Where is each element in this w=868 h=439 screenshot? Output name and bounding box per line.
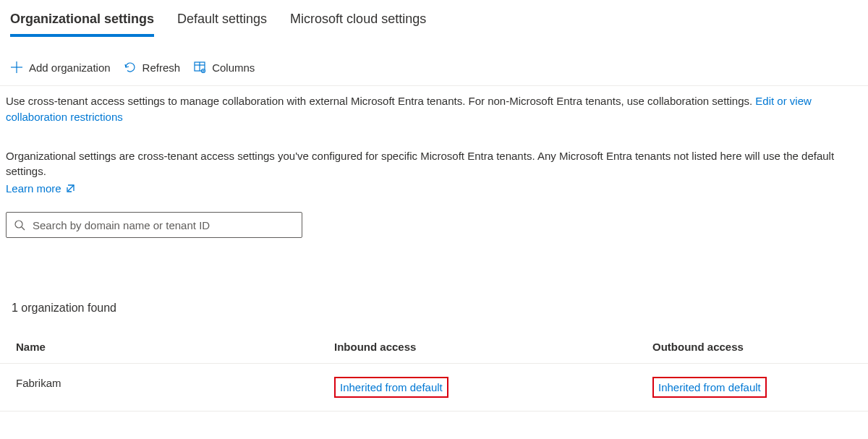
svg-point-9 bbox=[15, 221, 22, 228]
learn-more-container: Learn more bbox=[0, 179, 868, 208]
header-inbound[interactable]: Inbound access bbox=[334, 341, 652, 353]
search-input[interactable] bbox=[33, 219, 294, 231]
plus-icon bbox=[10, 61, 23, 74]
svg-line-8 bbox=[68, 185, 74, 191]
svg-line-10 bbox=[22, 227, 25, 230]
search-icon bbox=[14, 219, 25, 231]
tab-microsoft-cloud-settings[interactable]: Microsoft cloud settings bbox=[290, 6, 426, 37]
description-text-1: Use cross-tenant access settings to mana… bbox=[0, 86, 868, 125]
header-name[interactable]: Name bbox=[16, 341, 334, 353]
columns-icon bbox=[193, 61, 206, 74]
header-outbound[interactable]: Outbound access bbox=[652, 341, 852, 353]
table-row: Fabrikam Inherited from default Inherite… bbox=[0, 364, 868, 412]
organizations-table: Name Inbound access Outbound access Fabr… bbox=[0, 331, 868, 412]
add-organization-button[interactable]: Add organization bbox=[10, 61, 111, 74]
learn-more-label: Learn more bbox=[6, 182, 61, 195]
description-line2: Organizational settings are cross-tenant… bbox=[6, 150, 834, 178]
add-organization-label: Add organization bbox=[29, 61, 111, 74]
columns-label: Columns bbox=[212, 61, 255, 74]
toolbar: Add organization Refresh Columns bbox=[0, 38, 868, 86]
cell-inbound: Inherited from default bbox=[334, 377, 652, 398]
search-box[interactable] bbox=[6, 212, 302, 238]
cell-outbound: Inherited from default bbox=[652, 377, 852, 398]
tab-default-settings[interactable]: Default settings bbox=[177, 6, 267, 37]
inbound-access-link[interactable]: Inherited from default bbox=[334, 377, 448, 398]
cell-name: Fabrikam bbox=[16, 377, 334, 398]
outbound-access-link[interactable]: Inherited from default bbox=[652, 377, 767, 398]
columns-button[interactable]: Columns bbox=[193, 61, 255, 74]
refresh-button[interactable]: Refresh bbox=[124, 61, 181, 74]
refresh-icon bbox=[124, 61, 137, 74]
tab-organizational-settings[interactable]: Organizational settings bbox=[10, 6, 154, 37]
learn-more-link[interactable]: Learn more bbox=[6, 182, 75, 195]
result-count: 1 organization found bbox=[0, 238, 868, 331]
refresh-label: Refresh bbox=[142, 61, 181, 74]
external-link-icon bbox=[66, 184, 75, 193]
tabs-container: Organizational settings Default settings… bbox=[0, 0, 868, 38]
description-text-2: Organizational settings are cross-tenant… bbox=[0, 125, 868, 180]
table-header: Name Inbound access Outbound access bbox=[0, 331, 868, 364]
description-line1: Use cross-tenant access settings to mana… bbox=[6, 95, 755, 107]
